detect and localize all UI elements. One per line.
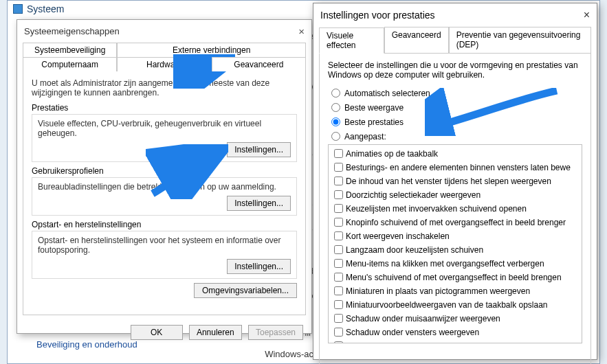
visual-effect-checkbox[interactable]: Schaduw onder vensters weergeven xyxy=(331,326,579,339)
visual-effect-checkbox[interactable]: Besturings- en andere elementen binnen v… xyxy=(331,161,579,174)
visual-effect-checkbox[interactable]: Miniatuurvoorbeeldweergaven van de taakb… xyxy=(331,298,579,311)
tab-hardware[interactable]: Hardware xyxy=(117,57,211,71)
system-properties-title: Systeemeigenschappen xyxy=(24,26,120,36)
tab-computer-name[interactable]: Computernaam xyxy=(23,57,117,71)
sysprops-tabs-row1: Systeembeveiliging Externe verbindingen xyxy=(23,43,306,57)
system-properties-dialog: Systeemeigenschappen × Systeembeveiligin… xyxy=(16,19,312,334)
visual-effect-checkbox[interactable]: Kort weergeven inschakelen xyxy=(331,229,579,242)
visual-effect-checkbox[interactable]: Menu-items na klikken met overgangseffec… xyxy=(331,257,579,270)
perf-note: Selecteer de instellingen die u voor de … xyxy=(328,60,582,80)
visual-effect-checkbox[interactable]: Knopinfo schuivend of met overgangseffec… xyxy=(331,216,579,229)
startup-recovery-settings-button[interactable]: Instellingen... xyxy=(227,259,291,274)
perf-body: Selecteer de instellingen die u voor de … xyxy=(319,53,591,364)
visual-effects-checkbox-list[interactable]: Animaties op de taakbalkBesturings- en a… xyxy=(328,144,582,343)
visual-effect-checkbox[interactable]: Animaties op de taakbalk xyxy=(331,147,579,160)
group-startup-recovery-desc: Opstart- en herstelinstellingen voor het… xyxy=(38,236,291,255)
system-icon xyxy=(13,4,23,14)
cancel-button[interactable]: Annuleren xyxy=(189,325,242,340)
perf-close-button[interactable]: × xyxy=(584,9,590,21)
radio-auto[interactable]: Automatisch selecteren xyxy=(328,87,582,98)
perf-titlebar: Instellingen voor prestaties × xyxy=(313,3,597,25)
perf-title: Instellingen voor prestaties xyxy=(320,10,435,21)
group-user-profiles: Gebruikersprofielen Bureaubladinstelling… xyxy=(32,166,297,216)
tab-advanced[interactable]: Geavanceerd xyxy=(212,57,306,71)
environment-variables-button[interactable]: Omgevingsvariabelen... xyxy=(194,283,297,298)
tab-visual-effects[interactable]: Visuele effecten xyxy=(319,27,384,54)
radio-best-appearance[interactable]: Beste weergave xyxy=(328,101,582,113)
group-performance-desc: Visuele effecten, CPU-verbruik, geheugen… xyxy=(38,119,291,138)
system-title: Systeem xyxy=(27,3,64,14)
tab-advanced-perf[interactable]: Geavanceerd xyxy=(384,27,449,53)
visual-effect-checkbox[interactable]: Vallende schaduw voor namen van pictogra… xyxy=(331,339,579,343)
sysprops-tabs-row2: Computernaam Hardware Geavanceerd xyxy=(23,57,306,71)
sysprops-body: U moet als Administrator zijn aangemeld … xyxy=(23,71,306,315)
ok-button[interactable]: OK xyxy=(131,325,183,340)
performance-settings-button[interactable]: Instellingen... xyxy=(227,142,291,157)
visual-effect-checkbox[interactable]: Doorzichtig selectiekader weergeven xyxy=(331,188,579,201)
group-startup-recovery-title: Opstart- en herstelinstellingen xyxy=(32,220,297,229)
perf-tabs: Visuele effecten Geavanceerd Preventie v… xyxy=(319,27,591,53)
visual-effect-checkbox[interactable]: De inhoud van het venster tijdens het sl… xyxy=(331,174,579,187)
system-properties-titlebar: Systeemeigenschappen × xyxy=(17,20,311,41)
sysprops-footer: OK Annuleren Toepassen xyxy=(17,321,311,347)
user-profiles-settings-button[interactable]: Instellingen... xyxy=(227,196,291,211)
perf-radio-group: Automatisch selecteren Beste weergave Be… xyxy=(328,87,582,141)
visual-effect-checkbox[interactable]: Schaduw onder muisaanwijzer weergeven xyxy=(331,312,579,325)
tab-dep[interactable]: Preventie van gegevensuitvoering (DEP) xyxy=(449,27,591,53)
group-performance: Prestaties Visuele effecten, CPU-verbrui… xyxy=(32,103,297,162)
group-user-profiles-title: Gebruikersprofielen xyxy=(32,166,297,176)
group-startup-recovery: Opstart- en herstelinstellingen Opstart-… xyxy=(32,220,297,279)
performance-options-dialog: Instellingen voor prestaties × Visuele e… xyxy=(313,3,597,360)
tab-remote-connections[interactable]: Externe verbindingen xyxy=(117,43,306,57)
radio-custom[interactable]: Aangepast: xyxy=(328,130,582,141)
admin-note: U moet als Administrator zijn aangemeld … xyxy=(32,78,297,98)
visual-effect-checkbox[interactable]: Keuzelijsten met invoervakken schuivend … xyxy=(331,202,579,215)
apply-button[interactable]: Toepassen xyxy=(248,325,303,340)
visual-effect-checkbox[interactable]: Langzaam door keuzelijsten schuiven xyxy=(331,243,579,256)
radio-best-performance[interactable]: Beste prestaties xyxy=(328,115,582,127)
group-user-profiles-desc: Bureaubladinstellingen die betrekking he… xyxy=(38,182,291,192)
group-performance-title: Prestaties xyxy=(32,103,297,113)
visual-effect-checkbox[interactable]: Menu's schuivend of met overgangseffect … xyxy=(331,271,579,284)
close-button[interactable]: × xyxy=(298,25,305,37)
tab-system-protection[interactable]: Systeembeveiliging xyxy=(23,43,117,57)
visual-effect-checkbox[interactable]: Miniaturen in plaats van pictogrammen we… xyxy=(331,284,579,297)
